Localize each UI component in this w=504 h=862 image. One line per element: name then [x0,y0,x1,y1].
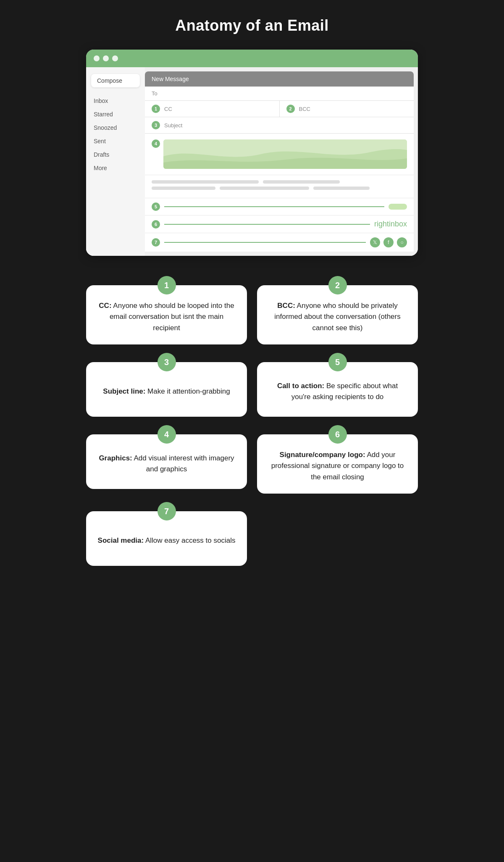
card-text-2: BCC: Anyone who should be privately info… [267,300,408,334]
signature-row: 6 rightinbox [145,216,414,233]
card-badge-5: 5 [328,353,347,371]
card-badge-3: 3 [158,353,176,371]
social-icons: 𝕏 f ○ [370,237,407,247]
social-line [164,242,366,243]
card-label-1-bold: CC: [99,302,111,310]
sig-line [164,224,370,225]
compose-header: New Message [145,71,414,87]
sig-light: inbox [389,220,407,228]
card-label-7-bold: Social media: [98,536,144,544]
mockup-body: Compose Inbox Starred Snoozed Sent Draft… [86,67,418,256]
cc-label: CC [164,106,172,112]
card-badge-2: 2 [328,276,347,294]
signature-logo: rightinbox [374,220,407,229]
card-text-5: Call to action: Be specific about what y… [267,381,408,403]
to-label: To [152,90,158,97]
email-mockup: Compose Inbox Starred Snoozed Sent Draft… [86,50,418,256]
badge-cta: 5 [152,202,160,211]
card-social: 7 Social media: Allow easy access to soc… [86,502,247,566]
badge-graphics: 4 [152,139,160,148]
page-title: Anatomy of an Email [86,17,418,34]
cta-button[interactable] [388,204,407,210]
graphics-area [163,139,407,169]
card-text-3: Subject line: Make it attention-grabbing [103,386,230,397]
badge-signature: 6 [152,220,160,229]
badge-bcc: 2 [286,105,295,113]
cc-bcc-row: 1 CC 2 BCC [145,101,414,117]
window-dot-2 [103,55,109,61]
subject-label: Subject [164,122,182,129]
sig-bold: right [374,220,389,228]
sidebar-item-sent[interactable]: Sent [86,134,145,148]
to-field[interactable]: To [145,87,414,101]
badge-social: 7 [152,238,160,247]
card-cc: 1 CC: Anyone who should be looped into t… [86,276,247,344]
card-badge-1: 1 [158,276,176,294]
cta-row: 5 [145,198,414,216]
card-text-4: Graphics: Add visual interest with image… [96,453,237,475]
card-badge-4: 4 [158,425,176,444]
bcc-field[interactable]: 2 BCC [280,101,414,117]
cta-line [164,206,384,207]
card-text-6: Signature/company logo: Add your profess… [267,449,408,483]
window-dot-3 [112,55,118,61]
bcc-label: BCC [299,106,310,112]
mockup-compose-area: New Message To 1 CC 2 BCC 3 Subject [145,71,414,252]
sidebar-item-snoozed[interactable]: Snoozed [86,121,145,134]
sidebar-item-drafts[interactable]: Drafts [86,148,145,161]
card-text-7: Social media: Allow easy access to socia… [98,535,236,546]
cc-field[interactable]: 1 CC [145,101,280,117]
card-badge-6: 6 [328,425,347,444]
card-label-7-rest: Allow easy access to socials [144,536,235,544]
subject-field[interactable]: 3 Subject [145,117,414,134]
card-signature: 6 Signature/company logo: Add your profe… [257,425,418,494]
mockup-sidebar: Compose Inbox Starred Snoozed Sent Draft… [86,67,145,256]
social-row: 7 𝕏 f ○ [145,233,414,252]
facebook-icon[interactable]: f [383,237,394,247]
card-label-4-bold: Graphics: [99,454,132,462]
card-label-1-rest: Anyone who should be looped into the ema… [110,302,234,332]
card-label-2-bold: BCC: [277,302,295,310]
card-cta: 5 Call to action: Be specific about what… [257,353,418,417]
sidebar-item-more[interactable]: More [86,161,145,175]
card-subject: 3 Subject line: Make it attention-grabbi… [86,353,247,417]
compose-button[interactable]: Compose [91,74,140,87]
twitter-icon[interactable]: 𝕏 [370,237,380,247]
instagram-icon[interactable]: ○ [397,237,407,247]
card-graphics: 4 Graphics: Add visual interest with ima… [86,425,247,494]
window-dot-1 [94,55,100,61]
compose-text-lines [145,175,414,198]
sidebar-item-inbox[interactable]: Inbox [86,94,145,108]
card-text-1: CC: Anyone who should be looped into the… [96,300,237,334]
card-label-5-bold: Call to action: [277,382,324,390]
badge-cc: 1 [152,105,160,113]
card-bcc: 2 BCC: Anyone who should be privately in… [257,276,418,344]
card-label-6-bold: Signature/company logo: [280,451,365,459]
badge-subject: 3 [152,121,160,129]
card-label-4-rest: Add visual interest with imagery and gra… [132,454,234,473]
card-label-3-rest: Make it attention-grabbing [145,387,230,395]
graphics-area-wrapper: 4 [145,134,414,175]
cards-grid: 1 CC: Anyone who should be looped into t… [86,276,418,566]
card-badge-7: 7 [158,502,176,520]
card-label-3-bold: Subject line: [103,387,145,395]
card-placeholder [257,502,418,566]
sidebar-item-starred[interactable]: Starred [86,108,145,121]
mockup-titlebar [86,50,418,67]
